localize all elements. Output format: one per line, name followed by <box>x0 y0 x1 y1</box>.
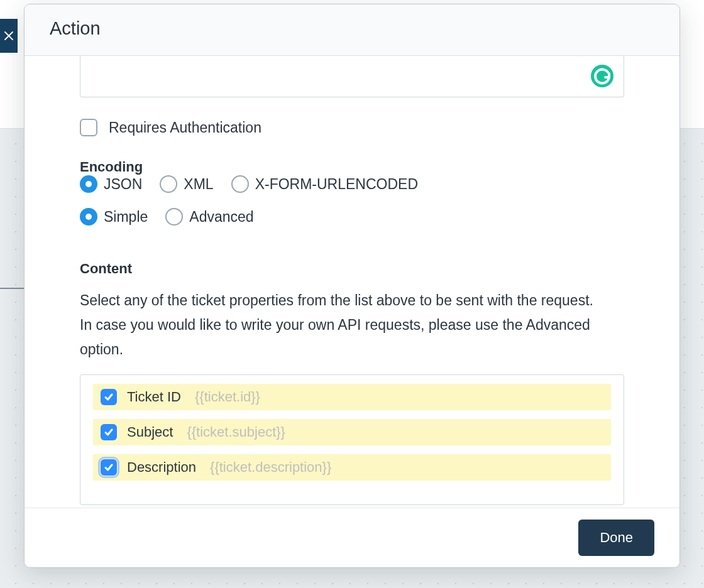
side-close-tab[interactable] <box>0 19 18 53</box>
content-checkbox[interactable] <box>101 459 117 476</box>
encoding-mode-row: Simple Advanced <box>80 208 624 226</box>
content-item-token: {{ticket.subject}} <box>187 424 285 440</box>
modal-title: Action <box>50 18 101 38</box>
requires-auth-label: Requires Authentication <box>109 119 261 136</box>
encoding-xform[interactable]: X-FORM-URLENCODED <box>231 175 418 193</box>
encoding-json[interactable]: JSON <box>80 175 142 193</box>
content-properties-list: Ticket ID {{ticket.id}} Subject {{ticket… <box>80 374 624 505</box>
grammarly-icon[interactable] <box>591 65 613 87</box>
content-item-subject: Subject {{ticket.subject}} <box>93 419 611 445</box>
content-help: Select any of the ticket properties from… <box>80 288 608 362</box>
radio-label: Simple <box>104 209 148 226</box>
radio-label: JSON <box>104 176 142 193</box>
encoding-title: Encoding <box>80 159 624 175</box>
modal-footer: Done <box>25 508 679 567</box>
connector-line <box>0 288 24 289</box>
content-item-token: {{ticket.description}} <box>210 459 331 476</box>
encoding-format-row: JSON XML X-FORM-URLENCODED <box>80 175 624 193</box>
content-item-description: Description {{ticket.description}} <box>93 454 611 481</box>
radio-icon <box>80 208 97 226</box>
encoding-simple[interactable]: Simple <box>80 208 148 226</box>
radio-icon <box>231 175 249 193</box>
content-item-name: Description <box>127 459 196 476</box>
modal-header: Action <box>25 4 679 56</box>
content-item-token: {{ticket.id}} <box>195 389 260 405</box>
content-title: Content <box>80 261 624 277</box>
requires-auth-checkbox[interactable] <box>80 119 97 136</box>
content-item-ticket-id: Ticket ID {{ticket.id}} <box>93 384 611 410</box>
content-checkbox[interactable] <box>101 424 117 440</box>
modal-body: Requires Authentication Encoding JSON XM… <box>25 56 679 508</box>
text-input-area[interactable] <box>80 56 624 97</box>
radio-icon <box>165 208 183 226</box>
radio-label: X-FORM-URLENCODED <box>255 176 418 193</box>
radio-label: XML <box>184 176 213 193</box>
radio-icon <box>80 175 97 193</box>
action-modal: Action Requires Authentication Encoding … <box>24 4 680 568</box>
radio-icon <box>160 175 177 193</box>
close-icon <box>3 30 14 41</box>
content-item-name: Ticket ID <box>127 389 181 405</box>
encoding-xml[interactable]: XML <box>160 175 213 193</box>
requires-auth-row: Requires Authentication <box>80 119 624 136</box>
encoding-advanced[interactable]: Advanced <box>165 208 253 226</box>
done-button[interactable]: Done <box>578 520 654 556</box>
radio-label: Advanced <box>189 209 253 226</box>
content-item-name: Subject <box>127 424 173 440</box>
content-checkbox[interactable] <box>101 389 117 405</box>
